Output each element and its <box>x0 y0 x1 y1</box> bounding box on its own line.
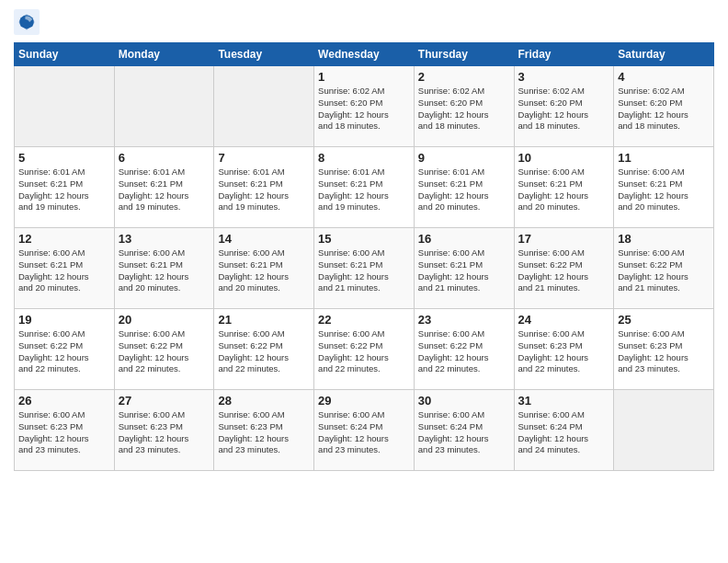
day-info: Sunrise: 6:00 AM Sunset: 6:22 PM Dayligh… <box>218 328 310 375</box>
day-number: 16 <box>418 232 510 246</box>
day-info: Sunrise: 6:00 AM Sunset: 6:23 PM Dayligh… <box>518 328 610 375</box>
day-info: Sunrise: 6:00 AM Sunset: 6:23 PM Dayligh… <box>218 409 310 456</box>
day-number: 12 <box>18 232 110 246</box>
day-cell: 9Sunrise: 6:01 AM Sunset: 6:21 PM Daylig… <box>414 147 514 228</box>
day-number: 15 <box>318 232 410 246</box>
day-info: Sunrise: 6:02 AM Sunset: 6:20 PM Dayligh… <box>518 86 610 132</box>
day-number: 24 <box>518 313 610 327</box>
day-info: Sunrise: 6:00 AM Sunset: 6:21 PM Dayligh… <box>18 247 110 294</box>
day-info: Sunrise: 6:00 AM Sunset: 6:24 PM Dayligh… <box>418 409 510 456</box>
header-row: SundayMondayTuesdayWednesdayThursdayFrid… <box>15 43 714 66</box>
day-number: 22 <box>318 313 410 327</box>
day-cell: 25Sunrise: 6:00 AM Sunset: 6:23 PM Dayli… <box>614 309 714 390</box>
day-number: 29 <box>318 394 410 408</box>
day-cell: 13Sunrise: 6:00 AM Sunset: 6:21 PM Dayli… <box>114 228 214 309</box>
day-info: Sunrise: 6:01 AM Sunset: 6:21 PM Dayligh… <box>318 167 410 213</box>
day-info: Sunrise: 6:01 AM Sunset: 6:21 PM Dayligh… <box>18 167 110 213</box>
day-info: Sunrise: 6:00 AM Sunset: 6:21 PM Dayligh… <box>119 247 210 294</box>
day-number: 31 <box>518 394 610 408</box>
day-cell: 19Sunrise: 6:00 AM Sunset: 6:22 PM Dayli… <box>15 309 115 390</box>
day-cell <box>114 66 214 147</box>
day-number: 20 <box>119 313 210 327</box>
day-cell: 6Sunrise: 6:01 AM Sunset: 6:21 PM Daylig… <box>114 147 214 228</box>
day-cell: 10Sunrise: 6:00 AM Sunset: 6:21 PM Dayli… <box>514 147 614 228</box>
day-cell: 18Sunrise: 6:00 AM Sunset: 6:22 PM Dayli… <box>614 228 714 309</box>
day-info: Sunrise: 6:00 AM Sunset: 6:22 PM Dayligh… <box>119 328 210 375</box>
day-cell: 8Sunrise: 6:01 AM Sunset: 6:21 PM Daylig… <box>314 147 415 228</box>
day-number: 9 <box>418 151 510 165</box>
day-number: 21 <box>218 313 310 327</box>
header-cell-thursday: Thursday <box>414 43 514 66</box>
day-info: Sunrise: 6:00 AM Sunset: 6:22 PM Dayligh… <box>618 247 710 294</box>
day-number: 3 <box>518 70 610 84</box>
day-number: 23 <box>418 313 510 327</box>
day-info: Sunrise: 6:01 AM Sunset: 6:21 PM Dayligh… <box>218 167 310 213</box>
header <box>14 9 714 35</box>
day-cell: 14Sunrise: 6:00 AM Sunset: 6:21 PM Dayli… <box>214 228 314 309</box>
day-cell: 31Sunrise: 6:00 AM Sunset: 6:24 PM Dayli… <box>514 390 614 471</box>
day-cell <box>15 66 115 147</box>
day-number: 19 <box>18 313 110 327</box>
header-cell-saturday: Saturday <box>614 43 714 66</box>
day-number: 7 <box>218 151 310 165</box>
day-info: Sunrise: 6:00 AM Sunset: 6:23 PM Dayligh… <box>119 409 210 456</box>
week-row-1: 1Sunrise: 6:02 AM Sunset: 6:20 PM Daylig… <box>15 66 714 147</box>
day-info: Sunrise: 6:00 AM Sunset: 6:21 PM Dayligh… <box>418 247 510 294</box>
day-info: Sunrise: 6:02 AM Sunset: 6:20 PM Dayligh… <box>418 86 510 132</box>
day-cell: 22Sunrise: 6:00 AM Sunset: 6:22 PM Dayli… <box>314 309 415 390</box>
day-number: 28 <box>218 394 310 408</box>
day-cell: 28Sunrise: 6:00 AM Sunset: 6:23 PM Dayli… <box>214 390 314 471</box>
day-cell <box>614 390 714 471</box>
day-cell: 5Sunrise: 6:01 AM Sunset: 6:21 PM Daylig… <box>15 147 115 228</box>
day-number: 11 <box>618 151 710 165</box>
header-cell-tuesday: Tuesday <box>214 43 314 66</box>
logo-icon <box>14 9 40 35</box>
day-cell: 24Sunrise: 6:00 AM Sunset: 6:23 PM Dayli… <box>514 309 614 390</box>
day-number: 6 <box>119 151 210 165</box>
week-row-4: 19Sunrise: 6:00 AM Sunset: 6:22 PM Dayli… <box>15 309 714 390</box>
day-cell: 17Sunrise: 6:00 AM Sunset: 6:22 PM Dayli… <box>514 228 614 309</box>
day-number: 17 <box>518 232 610 246</box>
day-number: 4 <box>618 70 710 84</box>
day-info: Sunrise: 6:00 AM Sunset: 6:22 PM Dayligh… <box>18 328 110 375</box>
day-number: 18 <box>618 232 710 246</box>
day-number: 8 <box>318 151 410 165</box>
day-info: Sunrise: 6:00 AM Sunset: 6:22 PM Dayligh… <box>318 328 410 375</box>
day-cell: 30Sunrise: 6:00 AM Sunset: 6:24 PM Dayli… <box>414 390 514 471</box>
day-info: Sunrise: 6:00 AM Sunset: 6:21 PM Dayligh… <box>618 167 710 213</box>
day-cell: 27Sunrise: 6:00 AM Sunset: 6:23 PM Dayli… <box>114 390 214 471</box>
day-cell: 2Sunrise: 6:02 AM Sunset: 6:20 PM Daylig… <box>414 66 514 147</box>
day-info: Sunrise: 6:02 AM Sunset: 6:20 PM Dayligh… <box>318 86 410 132</box>
header-cell-sunday: Sunday <box>15 43 115 66</box>
day-info: Sunrise: 6:00 AM Sunset: 6:21 PM Dayligh… <box>518 167 610 213</box>
header-cell-monday: Monday <box>114 43 214 66</box>
day-info: Sunrise: 6:00 AM Sunset: 6:21 PM Dayligh… <box>318 247 410 294</box>
day-cell: 16Sunrise: 6:00 AM Sunset: 6:21 PM Dayli… <box>414 228 514 309</box>
day-number: 2 <box>418 70 510 84</box>
day-cell: 15Sunrise: 6:00 AM Sunset: 6:21 PM Dayli… <box>314 228 415 309</box>
day-info: Sunrise: 6:00 AM Sunset: 6:22 PM Dayligh… <box>518 247 610 294</box>
day-cell: 26Sunrise: 6:00 AM Sunset: 6:23 PM Dayli… <box>15 390 115 471</box>
day-number: 1 <box>318 70 410 84</box>
day-info: Sunrise: 6:00 AM Sunset: 6:22 PM Dayligh… <box>418 328 510 375</box>
day-info: Sunrise: 6:01 AM Sunset: 6:21 PM Dayligh… <box>418 167 510 213</box>
page-container: SundayMondayTuesdayWednesdayThursdayFrid… <box>0 0 728 480</box>
day-cell: 7Sunrise: 6:01 AM Sunset: 6:21 PM Daylig… <box>214 147 314 228</box>
day-info: Sunrise: 6:00 AM Sunset: 6:23 PM Dayligh… <box>618 328 710 375</box>
day-info: Sunrise: 6:00 AM Sunset: 6:24 PM Dayligh… <box>518 409 610 456</box>
week-row-3: 12Sunrise: 6:00 AM Sunset: 6:21 PM Dayli… <box>15 228 714 309</box>
logo <box>14 9 43 35</box>
day-number: 25 <box>618 313 710 327</box>
day-number: 30 <box>418 394 510 408</box>
day-cell <box>214 66 314 147</box>
day-cell: 21Sunrise: 6:00 AM Sunset: 6:22 PM Dayli… <box>214 309 314 390</box>
day-info: Sunrise: 6:00 AM Sunset: 6:21 PM Dayligh… <box>218 247 310 294</box>
day-number: 27 <box>119 394 210 408</box>
week-row-5: 26Sunrise: 6:00 AM Sunset: 6:23 PM Dayli… <box>15 390 714 471</box>
day-cell: 1Sunrise: 6:02 AM Sunset: 6:20 PM Daylig… <box>314 66 415 147</box>
day-cell: 11Sunrise: 6:00 AM Sunset: 6:21 PM Dayli… <box>614 147 714 228</box>
day-info: Sunrise: 6:00 AM Sunset: 6:23 PM Dayligh… <box>18 409 110 456</box>
day-info: Sunrise: 6:02 AM Sunset: 6:20 PM Dayligh… <box>618 86 710 132</box>
day-info: Sunrise: 6:01 AM Sunset: 6:21 PM Dayligh… <box>119 167 210 213</box>
day-cell: 4Sunrise: 6:02 AM Sunset: 6:20 PM Daylig… <box>614 66 714 147</box>
